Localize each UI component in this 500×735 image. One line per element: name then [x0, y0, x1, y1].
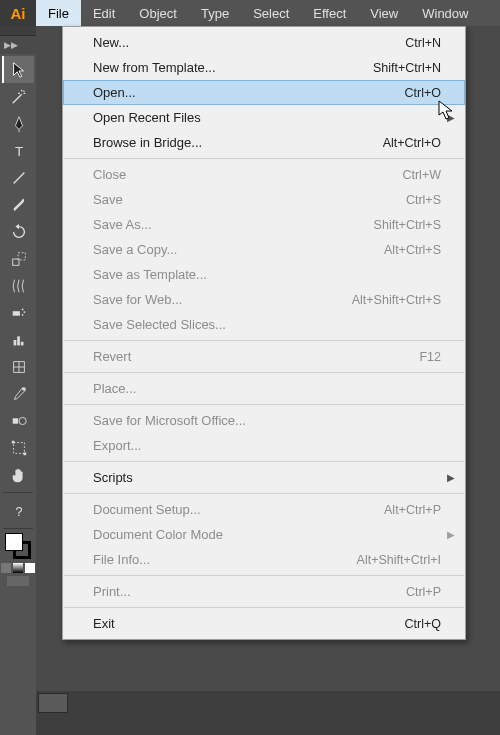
- menu-item-save: SaveCtrl+S: [63, 187, 465, 212]
- menubar: Ai File Edit Object Type Select Effect V…: [0, 0, 500, 26]
- bottom-panel: [36, 691, 500, 735]
- menu-window[interactable]: Window: [410, 0, 480, 26]
- symbol-sprayer-tool[interactable]: [2, 299, 34, 326]
- menu-item-revert: RevertF12: [63, 344, 465, 369]
- gradient-mode-btn[interactable]: [13, 563, 23, 573]
- svg-line-1: [14, 172, 25, 183]
- svg-point-13: [19, 417, 26, 424]
- warp-tool[interactable]: [2, 272, 34, 299]
- scale-tool[interactable]: [2, 245, 34, 272]
- pen-tool[interactable]: [2, 110, 34, 137]
- menu-item-place: Place...: [63, 376, 465, 401]
- submenu-arrow-icon: ▶: [447, 529, 455, 540]
- hand-tool[interactable]: [2, 461, 34, 488]
- menu-item-save-copy: Save a Copy...Alt+Ctrl+S: [63, 237, 465, 262]
- svg-text:?: ?: [15, 504, 22, 518]
- svg-rect-16: [24, 452, 27, 455]
- eyedropper-tool[interactable]: [2, 380, 34, 407]
- menu-type[interactable]: Type: [189, 0, 241, 26]
- menu-separator: [64, 158, 464, 159]
- none-mode-btn[interactable]: [25, 563, 35, 573]
- menu-separator: [64, 461, 464, 462]
- graph-tool[interactable]: [2, 326, 34, 353]
- svg-point-5: [22, 308, 24, 310]
- mesh-tool[interactable]: [2, 353, 34, 380]
- menu-item-open[interactable]: Open...Ctrl+O: [63, 80, 465, 105]
- color-mode-btn[interactable]: [1, 563, 11, 573]
- menu-file[interactable]: File: [36, 0, 81, 26]
- svg-point-11: [22, 387, 26, 391]
- svg-rect-9: [17, 336, 20, 345]
- svg-rect-8: [14, 340, 17, 345]
- screen-mode-row: [0, 576, 36, 586]
- artboard-tool[interactable]: [2, 434, 34, 461]
- menu-item-save-as: Save As...Shift+Ctrl+S: [63, 212, 465, 237]
- menu-item-browse-bridge[interactable]: Browse in Bridge...Alt+Ctrl+O: [63, 130, 465, 155]
- menu-separator: [64, 340, 464, 341]
- menu-select[interactable]: Select: [241, 0, 301, 26]
- help-icon[interactable]: ?: [2, 497, 34, 524]
- menu-view[interactable]: View: [358, 0, 410, 26]
- type-tool[interactable]: T: [2, 137, 34, 164]
- svg-rect-14: [14, 442, 25, 453]
- menu-item-print: Print...Ctrl+P: [63, 579, 465, 604]
- app-logo: Ai: [0, 0, 36, 26]
- blend-tool[interactable]: [2, 407, 34, 434]
- tool-panel: T ?: [0, 54, 36, 586]
- svg-rect-4: [13, 311, 20, 316]
- svg-rect-10: [21, 341, 24, 345]
- menu-effect[interactable]: Effect: [301, 0, 358, 26]
- menu-item-file-info: File Info...Alt+Shift+Ctrl+I: [63, 547, 465, 572]
- file-menu-dropdown: New...Ctrl+N New from Template...Shift+C…: [62, 26, 466, 640]
- menu-item-document-color-mode: Document Color Mode▶: [63, 522, 465, 547]
- fill-stroke-swatch[interactable]: [5, 533, 31, 559]
- svg-point-7: [22, 313, 24, 315]
- selection-tool[interactable]: [2, 56, 34, 83]
- svg-rect-2: [13, 259, 19, 265]
- collapse-chevron-icon[interactable]: ▶▶: [0, 36, 36, 54]
- submenu-arrow-icon: ▶: [447, 112, 455, 123]
- brush-tool[interactable]: [2, 191, 34, 218]
- menu-item-open-recent[interactable]: Open Recent Files▶: [63, 105, 465, 130]
- left-column: ▶▶ T ?: [0, 26, 36, 735]
- menu-item-close: CloseCtrl+W: [63, 162, 465, 187]
- menu-item-save-template: Save as Template...: [63, 262, 465, 287]
- menu-separator: [64, 575, 464, 576]
- svg-text:T: T: [15, 143, 23, 158]
- menu-object[interactable]: Object: [127, 0, 189, 26]
- menu-edit[interactable]: Edit: [81, 0, 127, 26]
- menu-item-save-slices: Save Selected Slices...: [63, 312, 465, 337]
- fill-swatch[interactable]: [5, 533, 23, 551]
- line-tool[interactable]: [2, 164, 34, 191]
- menu-separator: [64, 404, 464, 405]
- rotate-tool[interactable]: [2, 218, 34, 245]
- menu-item-new-from-template[interactable]: New from Template...Shift+Ctrl+N: [63, 55, 465, 80]
- menu-item-document-setup: Document Setup...Alt+Ctrl+P: [63, 497, 465, 522]
- color-mode-row: [0, 563, 36, 573]
- svg-rect-15: [12, 440, 15, 443]
- menu-separator: [64, 607, 464, 608]
- magic-wand-tool[interactable]: [2, 83, 34, 110]
- screen-mode-btn[interactable]: [7, 576, 29, 586]
- menu-item-export: Export...: [63, 433, 465, 458]
- menu-item-save-for-web: Save for Web...Alt+Shift+Ctrl+S: [63, 287, 465, 312]
- submenu-arrow-icon: ▶: [447, 472, 455, 483]
- panel-block[interactable]: [38, 693, 68, 713]
- menu-item-new[interactable]: New...Ctrl+N: [63, 30, 465, 55]
- svg-point-6: [24, 311, 26, 313]
- menu-separator: [64, 372, 464, 373]
- menu-item-scripts[interactable]: Scripts▶: [63, 465, 465, 490]
- menu-separator: [64, 493, 464, 494]
- panel-tabstrip: [0, 26, 36, 36]
- svg-rect-12: [13, 418, 18, 423]
- menu-item-save-ms-office: Save for Microsoft Office...: [63, 408, 465, 433]
- menu-item-exit[interactable]: ExitCtrl+Q: [63, 611, 465, 636]
- app-window: Ai File Edit Object Type Select Effect V…: [0, 0, 500, 735]
